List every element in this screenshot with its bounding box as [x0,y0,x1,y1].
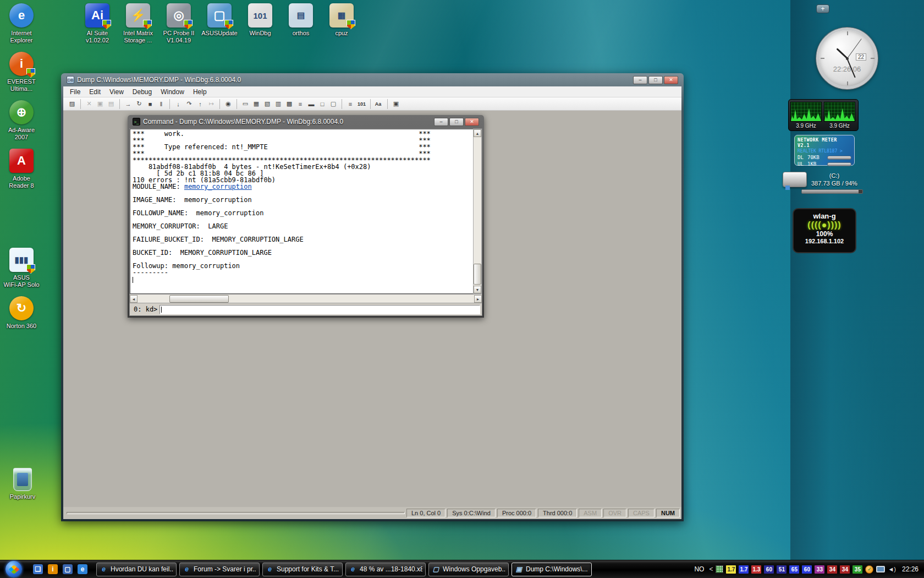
step-out-icon[interactable]: ↑ [195,99,206,109]
desktop-icon-adobe-reader[interactable]: A Adobe Reader 8 [1,149,42,189]
close-button[interactable]: ✕ [664,76,678,84]
language-indicator[interactable]: NO [692,565,706,573]
task-button-download[interactable]: e 48 % av ...18-1840.x8... [345,563,426,576]
tray-sensor-badge[interactable]: 35 [853,565,862,574]
scroll-up-arrow[interactable]: ▲ [474,129,481,137]
disassembly-window-icon[interactable]: ▬ [306,99,317,109]
menu-item[interactable]: Help [189,87,211,97]
desktop-icon-asusupdate[interactable]: ▢ ASUSUpdate [199,3,240,44]
windbg-titlebar[interactable]: DB Dump C:\Windows\MEMORY.DMP - WinDbg:6… [63,73,681,86]
task-button-forum[interactable]: e Forum -> Svarer i pr... [179,563,260,576]
tray-sensor-badge[interactable]: 65 [789,565,799,574]
maximize-button[interactable]: □ [648,76,663,84]
horizontal-scroll-track[interactable] [138,295,474,303]
taskbar-clock[interactable]: 22:26 [902,565,919,573]
task-button-oppgaveb[interactable]: ▢ Windows Oppgaveb... [428,563,509,576]
tray-sensor-badge[interactable]: 33 [815,565,824,574]
quick-launch-norton-icon[interactable]: i [48,564,58,574]
horizontal-scrollbar[interactable]: ◄ ► [130,295,482,303]
open-source-file-icon[interactable]: ▨ [67,99,78,109]
stop-debugging-icon[interactable]: ■ [145,99,156,109]
quick-launch-internet-explorer-icon[interactable]: e [78,564,87,574]
minimize-button[interactable]: – [633,76,647,84]
desktop-icon-windbg[interactable]: 101 WinDbg [240,3,280,44]
network-meter-gadget[interactable]: NETWORK METER V2.1 REALTEK RTL8187 > DL … [794,135,855,166]
scroll-left-arrow[interactable]: ◄ [130,295,138,303]
command-window-icon[interactable]: ▭ [237,99,251,109]
desktop-icon-everest[interactable]: i EVEREST Ultima... [1,52,42,92]
restart-icon[interactable]: ↻ [134,99,145,109]
network-tray-icon[interactable] [876,566,885,572]
task-button-windbg[interactable]: ▣ Dump C:\Windows\... [512,563,592,576]
horizontal-scroll-thumb[interactable] [169,295,229,303]
tray-sensor-badge[interactable]: 1.7 [739,565,749,574]
tray-sensor-badge[interactable]: 34 [840,565,850,574]
command-titlebar[interactable]: >_ Command - Dump C:\Windows\MEMORY.DMP … [129,115,482,128]
tray-sensor-badge[interactable]: 60 [764,565,774,574]
menu-item[interactable]: Debug [128,87,156,97]
registers-window-icon[interactable]: ▥ [273,99,284,109]
scroll-right-arrow[interactable]: ► [474,295,482,303]
tray-meter-icon[interactable] [716,565,723,573]
call-stack-window-icon[interactable]: ≡ [295,99,306,109]
menu-item[interactable]: View [105,87,128,97]
wlan-signal-gadget[interactable]: wlan-g ((((●)))) 100% 192.168.1.102 [793,208,856,253]
desktop-icon-orthos[interactable]: ▤ orthos [280,3,321,44]
font-icon[interactable]: Aa [370,99,384,109]
menu-item[interactable]: File [65,87,85,97]
desktop-icon-asus-wifi[interactable]: ▮▮▮ ASUS WiFi-AP Solo [1,248,42,288]
scratch-pad-icon[interactable]: □ [317,99,328,109]
assembly-options-icon[interactable]: 101 [356,99,367,109]
menu-item[interactable]: Window [156,87,189,97]
desktop-icon-ad-aware[interactable]: ⊕ Ad-Aware 2007 [1,100,42,141]
desktop-icon-internet-explorer[interactable]: e Internet Explorer [1,3,42,44]
command-output-area[interactable]: *** work. *** *** *** *** Type reference… [130,129,473,294]
processes-window-icon[interactable]: ▢ [328,99,339,109]
tray-sensor-badge[interactable]: 51 [777,565,787,574]
quick-launch-remote-desktop-icon[interactable]: ▢ [63,564,73,574]
vertical-scrollbar[interactable]: ▲ ▼ [473,129,482,294]
vertical-scroll-thumb[interactable] [474,264,481,285]
memory-window-icon[interactable]: ▩ [284,99,295,109]
vertical-scroll-track[interactable] [474,137,481,286]
step-over-icon[interactable]: ↷ [184,99,195,109]
desktop-icon-pc-probe[interactable]: ◎ PC Probe II V1.04.19 [158,3,199,44]
desktop-icon-intel-matrix[interactable]: ⚡ Intel Matrix Storage ... [118,3,158,44]
desktop-icon-recycle-bin[interactable]: Papirkurv [2,468,43,500]
task-button-support[interactable]: e Support for Kits & T... [262,563,343,576]
scroll-down-arrow[interactable]: ▼ [474,286,481,293]
close-button[interactable]: ✕ [465,118,479,126]
run-to-cursor-icon[interactable]: ↦ [206,99,217,109]
step-into-icon[interactable]: ↓ [169,99,184,109]
cut-icon[interactable]: ✕ [80,99,95,109]
source-mode-icon[interactable]: ≡ [342,99,356,109]
quick-launch-switch-windows-icon[interactable]: ❏ [33,564,43,574]
paste-icon[interactable]: ▤ [106,99,117,109]
tray-expand-chevron[interactable]: < [709,565,713,573]
go-icon[interactable]: → [119,99,134,109]
task-button-hvordan[interactable]: e Hvordan DU kan feil... [96,563,177,576]
copy-icon[interactable]: ▣ [95,99,106,109]
menu-item[interactable]: Edit [85,87,105,97]
locals-window-icon[interactable]: ▧ [262,99,273,109]
start-button[interactable] [6,561,22,577]
desktop-icon-norton-360[interactable]: ↻ Norton 360 [1,296,42,330]
disk-usage-gadget[interactable]: (C:) 387.73 GB / 94% [783,172,865,194]
insert-breakpoint-icon[interactable]: ◉ [219,99,234,109]
desktop-icon-cpuz[interactable]: ▦ cpuz [321,3,362,44]
break-icon[interactable]: ‖ [156,99,167,109]
cpu-meter-gadget[interactable]: 3.9 GHz3.9 GHz [788,99,859,131]
watch-window-icon[interactable]: ▦ [251,99,262,109]
options-icon[interactable]: ▣ [387,99,402,109]
command-input-field[interactable] [160,305,480,314]
desktop-icon-ai-suite[interactable]: Ai AI Suite v1.02.02 [77,3,118,44]
clock-gadget[interactable]: 22 22:26:06 [816,28,878,89]
memory-corruption-link[interactable]: memory_corruption [184,183,252,190]
tray-sensor-badge[interactable]: 60 [802,565,812,574]
minimize-button[interactable]: – [434,118,448,126]
tray-sensor-badge[interactable]: 1.3 [751,565,761,574]
restore-button[interactable]: □ [449,118,464,126]
sidebar-add-gadget-button[interactable]: + [816,4,829,13]
tray-sensor-badge[interactable]: 34 [827,565,837,574]
volume-tray-icon[interactable]: ◄) [888,566,896,572]
